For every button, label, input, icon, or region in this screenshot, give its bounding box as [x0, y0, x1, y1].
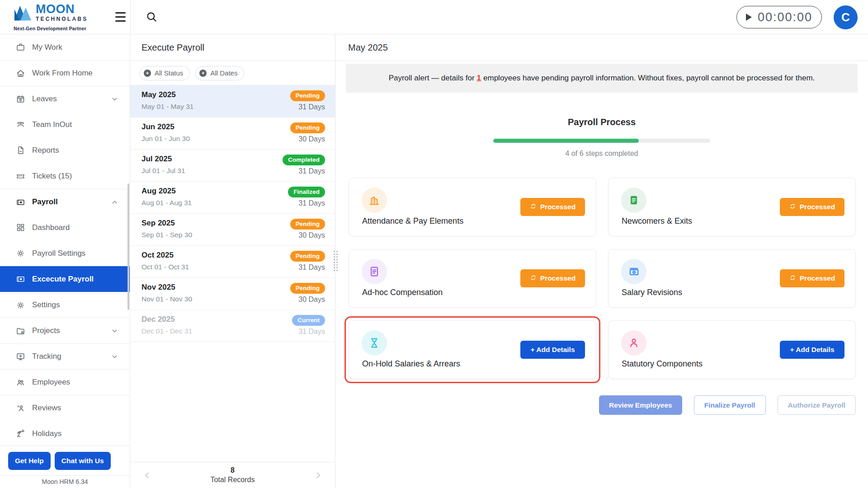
- sidebar-item-work-from-home[interactable]: Work From Home: [0, 60, 130, 86]
- avatar[interactable]: C: [834, 5, 858, 29]
- plus-circle-icon: +: [144, 70, 151, 77]
- sidebar-item-execute-payroll[interactable]: Excecute Payroll: [0, 266, 130, 292]
- sidebar-item-label: Payroll Settings: [32, 249, 85, 258]
- sidebar-item-team-inout[interactable]: Team InOut: [0, 112, 130, 137]
- logo-mark-icon: [14, 3, 33, 24]
- card-statutory-components: Statutory Components + Add Details: [608, 320, 856, 379]
- card-label: Statutory Components: [622, 359, 703, 369]
- card-salary-revisions: Salary Revisions Processed: [608, 249, 856, 308]
- status-badge: Pending: [290, 122, 325, 133]
- sidebar-item-label: Tickets (15): [32, 172, 72, 181]
- person-icon: [621, 330, 646, 356]
- processed-button[interactable]: Processed: [520, 198, 585, 216]
- hamburger-menu-icon[interactable]: [115, 12, 126, 22]
- time-tracker[interactable]: 00:00:00: [736, 6, 822, 28]
- beach-umbrella-icon: [15, 429, 25, 439]
- plus-circle-icon: +: [199, 70, 207, 77]
- status-badge: Finalized: [288, 187, 325, 197]
- sidebar-item-tracking[interactable]: Tracking: [0, 343, 130, 369]
- card-adhoc-compensation: Ad-hoc Compensation Processed: [349, 249, 596, 308]
- filter-all-status[interactable]: + All Status: [140, 66, 190, 80]
- sidebar-scrollbar[interactable]: [127, 183, 129, 310]
- sidebar-item-label: Settings: [32, 300, 60, 310]
- sidebar: My Work Work From Home Leaves Team InOut: [0, 34, 130, 488]
- period-row-dec-2025[interactable]: Dec 2025 Dec 01 - Dec 31 Current 31 Days: [130, 310, 335, 342]
- sync-icon: [530, 203, 537, 211]
- next-page-icon[interactable]: [313, 470, 323, 480]
- period-row-jul-2025[interactable]: Jul 2025 Jul 01 - Jul 31 Completed 31 Da…: [130, 150, 335, 182]
- add-details-button[interactable]: + Add Details: [520, 341, 585, 359]
- add-details-button[interactable]: + Add Details: [780, 341, 844, 359]
- sidebar-item-label: Employees: [32, 378, 70, 387]
- sidebar-item-tickets[interactable]: Tickets (15): [0, 163, 130, 189]
- gear-icon: [15, 300, 25, 310]
- home-icon: [15, 68, 25, 78]
- review-employees-button[interactable]: Review Employees: [599, 395, 682, 415]
- sidebar-item-dashboard[interactable]: Dashboard: [0, 215, 130, 240]
- period-row-jun-2025[interactable]: Jun 2025 Jun 01 - Jun 30 Pending 30 Days: [130, 117, 335, 150]
- card-label: Attendance & Pay Elements: [362, 216, 463, 226]
- period-row-oct-2025[interactable]: Oct 2025 Oct 01 - Oct 31 Pending 31 Days: [130, 246, 335, 278]
- briefcase-icon: [15, 42, 25, 52]
- sidebar-item-payroll[interactable]: Payroll: [0, 189, 130, 215]
- search-icon[interactable]: [145, 11, 158, 24]
- sidebar-item-payroll-settings[interactable]: Payroll Settings: [0, 240, 130, 266]
- sidebar-item-my-work[interactable]: My Work: [0, 34, 130, 60]
- panel-resize-handle[interactable]: [334, 251, 338, 271]
- chat-with-us-button[interactable]: Chat with Us: [55, 452, 111, 470]
- main-content: May 2025 Payroll alert — details for 1 e…: [335, 34, 868, 488]
- period-row-sep-2025[interactable]: Sep 2025 Sep 01 - Sep 30 Pending 30 Days: [130, 214, 335, 246]
- sidebar-item-holidays[interactable]: Holidays: [0, 421, 130, 446]
- status-badge: Current: [292, 315, 325, 326]
- sidebar-item-label: Tracking: [32, 352, 61, 361]
- sidebar-item-reviews[interactable]: Reviews: [0, 395, 130, 421]
- filter-all-dates[interactable]: + All Dates: [195, 66, 244, 80]
- logo-brand-sub: TECHNOLABS: [36, 16, 88, 22]
- execute-payroll-panel: Execute Payroll + All Status + All Dates…: [130, 34, 335, 488]
- sync-icon: [530, 274, 537, 283]
- steps-caption: 4 of 6 steps completed: [335, 150, 868, 158]
- processed-button[interactable]: Processed: [520, 269, 585, 287]
- processed-button[interactable]: Processed: [780, 198, 844, 216]
- folder-icon: [15, 326, 25, 336]
- status-badge: Completed: [283, 155, 325, 165]
- pending-employee-count[interactable]: 1: [477, 74, 481, 83]
- card-label: Salary Revisions: [622, 288, 682, 297]
- status-badge: Pending: [290, 283, 325, 294]
- sidebar-item-label: Holidays: [32, 429, 61, 438]
- card-label: On-Hold Salaries & Arrears: [362, 359, 460, 369]
- status-badge: Pending: [290, 90, 325, 101]
- sidebar-item-label: Reviews: [32, 404, 61, 413]
- payroll-alert-banner: Payroll alert — details for 1 employees …: [346, 64, 858, 93]
- card-label: Ad-hoc Compensation: [362, 288, 443, 297]
- card-newcomers-exits: Newcomers & Exits Processed: [608, 178, 856, 236]
- processed-button[interactable]: Processed: [780, 269, 844, 287]
- prev-page-icon[interactable]: [142, 470, 152, 480]
- header-divider: [130, 0, 131, 34]
- card-label: Newcomers & Exits: [622, 216, 692, 226]
- sync-icon: [789, 203, 796, 211]
- sidebar-item-label: Team InOut: [32, 120, 72, 129]
- period-heading: May 2025: [335, 34, 868, 61]
- sidebar-item-employees[interactable]: Employees: [0, 369, 130, 395]
- cash-icon: [621, 259, 646, 284]
- app-logo[interactable]: MOON TECHNOLABS Next-Gen Development Par…: [14, 3, 118, 31]
- authorize-payroll-button[interactable]: Authorize Payroll: [778, 395, 856, 415]
- period-row-nov-2025[interactable]: Nov 2025 Nov 01 - Nov 30 Pending 30 Days: [130, 278, 335, 310]
- logo-brand: MOON: [36, 3, 88, 15]
- period-row-may-2025[interactable]: May 2025 May 01 - May 31 Pending 31 Days: [130, 85, 335, 117]
- chevron-up-icon: [111, 199, 118, 206]
- period-row-aug-2025[interactable]: Aug 2025 Aug 01 - Aug 31 Finalized 31 Da…: [130, 182, 335, 214]
- chevron-down-icon: [111, 353, 118, 360]
- chevron-down-icon: [111, 328, 118, 334]
- finalize-payroll-button[interactable]: Finalize Payroll: [694, 395, 766, 415]
- sidebar-item-projects[interactable]: Projects: [0, 318, 130, 343]
- filters-row: + All Status + All Dates: [130, 61, 335, 85]
- document-lines-icon: [362, 259, 387, 284]
- sidebar-item-leaves[interactable]: Leaves: [0, 86, 130, 112]
- sidebar-item-reports[interactable]: Reports: [0, 137, 130, 163]
- sidebar-item-settings[interactable]: Settings: [0, 292, 130, 318]
- get-help-button[interactable]: Get Help: [8, 452, 51, 470]
- play-icon[interactable]: [746, 14, 752, 21]
- sync-icon: [789, 274, 796, 283]
